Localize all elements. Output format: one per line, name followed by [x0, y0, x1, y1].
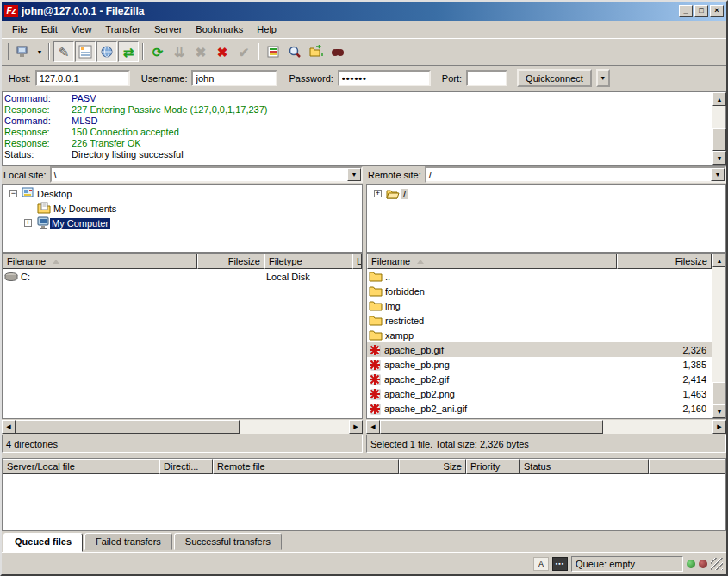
collapse-icon[interactable]: − [9, 190, 17, 197]
scroll-left-icon[interactable]: ◀ [366, 420, 380, 434]
local-horizontal-scrollbar[interactable]: ◀ ▶ [2, 419, 363, 434]
remote-row[interactable]: apache_pb.png 1,385 [367, 357, 712, 372]
data-type-indicator-icon[interactable]: A [533, 557, 549, 571]
status-bar: A ▪▪▪ Queue: empty [2, 552, 726, 574]
scrollbar-track[interactable] [712, 267, 725, 382]
scrollbar-thumb[interactable] [712, 128, 726, 151]
toggle-message-log-button[interactable]: ✎ [53, 41, 74, 62]
column-header-direction[interactable]: Directi... [159, 459, 213, 474]
remote-site-combobox[interactable]: / ▼ [425, 166, 726, 183]
remote-horizontal-scrollbar[interactable]: ◀ ▶ [366, 419, 726, 434]
column-header-priority[interactable]: Priority [466, 459, 520, 474]
remote-row[interactable]: xampp [367, 328, 712, 342]
remote-row[interactable]: apache_pb2.png 1,463 [367, 386, 712, 401]
chevron-down-icon[interactable]: ▼ [347, 168, 361, 181]
host-input[interactable] [35, 70, 130, 86]
column-header-filesize[interactable]: Filesize [197, 254, 264, 269]
column-header-filename[interactable]: Filename [367, 254, 617, 269]
scroll-down-icon[interactable]: ▼ [712, 151, 726, 165]
filename-filters-button[interactable] [263, 41, 283, 62]
local-site-combobox[interactable]: \ ▼ [50, 166, 363, 183]
remote-row[interactable]: restricted [367, 313, 712, 328]
scroll-up-icon[interactable]: ▲ [712, 92, 726, 106]
local-row-c-drive[interactable]: C: Local Disk [3, 269, 362, 284]
scroll-left-icon[interactable]: ◀ [2, 420, 16, 434]
remote-row[interactable]: apache_pb2.gif 2,414 [367, 372, 712, 386]
scroll-up-icon[interactable]: ▲ [712, 254, 726, 267]
process-queue-button[interactable]: ⇊ [169, 41, 190, 62]
tree-item-desktop[interactable]: − Desktop [3, 186, 362, 201]
my-documents-icon [37, 202, 52, 215]
remote-row[interactable]: .. [367, 269, 712, 284]
tab-successful-transfers[interactable]: Successful transfers [174, 533, 282, 550]
menu-bookmarks[interactable]: Bookmarks [189, 22, 250, 36]
close-button[interactable]: × [710, 5, 724, 17]
chevron-down-icon[interactable]: ▼ [711, 168, 725, 181]
tree-item-root[interactable]: + / [367, 186, 725, 201]
tab-failed-transfers[interactable]: Failed transfers [84, 533, 172, 550]
speed-limits-icon[interactable]: ▪▪▪ [552, 557, 568, 571]
menu-help[interactable]: Help [250, 22, 283, 36]
column-header-size[interactable]: Size [399, 459, 466, 474]
column-header-filesize[interactable]: Filesize [617, 254, 712, 269]
toggle-remote-tree-button[interactable] [96, 41, 117, 62]
toggle-local-tree-button[interactable] [75, 41, 96, 62]
remote-vertical-scrollbar[interactable]: ▲ ▼ [712, 254, 725, 418]
host-label: Host: [9, 73, 31, 84]
column-header-filetype[interactable]: Filetype [264, 254, 352, 269]
drive-icon [4, 272, 18, 282]
expand-icon[interactable]: + [24, 219, 32, 227]
scrollbar-track[interactable] [603, 420, 712, 434]
quickconnect-button[interactable]: Quickconnect [517, 69, 592, 87]
directory-comparison-button[interactable] [284, 41, 305, 62]
file-size: 2,326 [629, 345, 712, 355]
reconnect-icon: ✔ [239, 46, 250, 59]
tree-label: Desktop [35, 189, 73, 199]
site-manager-dropdown[interactable]: ▼ [34, 41, 45, 62]
remote-row[interactable]: apache_pb2_ani.gif 2,160 [367, 401, 712, 416]
toggle-queue-button[interactable]: ⇄ [118, 41, 139, 62]
cancel-operation-button[interactable]: ✖ [190, 41, 211, 62]
tree-item-my-computer[interactable]: + My Computer [3, 216, 362, 230]
tree-item-my-documents[interactable]: My Documents [3, 201, 362, 216]
port-input[interactable] [466, 70, 507, 86]
remote-row-selected[interactable]: apache_pb.gif 2,326 [367, 342, 712, 357]
quickconnect-dropdown[interactable]: ▼ [596, 69, 610, 87]
expand-icon[interactable]: + [374, 190, 382, 197]
menu-edit[interactable]: Edit [34, 22, 65, 36]
refresh-button[interactable]: ⟳ [147, 41, 168, 62]
scroll-right-icon[interactable]: ▶ [712, 420, 726, 434]
menu-view[interactable]: View [65, 22, 99, 36]
remote-row[interactable]: img [367, 298, 712, 313]
disconnect-button[interactable]: ✖ [212, 41, 233, 62]
log-line-label: Response: [4, 127, 72, 138]
scroll-down-icon[interactable]: ▼ [712, 404, 726, 418]
log-vertical-scrollbar[interactable]: ▲ ▼ [712, 92, 725, 165]
tab-queued-files[interactable]: Queued files [3, 533, 83, 552]
menu-transfer[interactable]: Transfer [98, 22, 147, 36]
column-header-filename[interactable]: Filename [3, 254, 197, 269]
scrollbar-thumb[interactable] [16, 420, 240, 434]
column-header-status[interactable]: Status [520, 459, 649, 474]
minimize-button[interactable]: _ [679, 5, 693, 17]
column-header-server-local-file[interactable]: Server/Local file [3, 459, 159, 474]
maximize-button[interactable]: □ [694, 5, 708, 17]
menu-file[interactable]: File [5, 22, 34, 36]
scrollbar-track[interactable] [712, 106, 725, 128]
find-files-button[interactable] [327, 41, 348, 62]
column-header-lastmodified[interactable]: L [352, 254, 362, 269]
site-manager-button[interactable] [13, 41, 34, 62]
column-header-remote-file[interactable]: Remote file [213, 459, 399, 474]
menu-server[interactable]: Server [147, 22, 189, 36]
username-input[interactable] [191, 70, 277, 86]
queue-tabs: Queued files Failed transfers Successful… [2, 531, 726, 552]
password-input[interactable] [338, 70, 431, 86]
scrollbar-thumb[interactable] [712, 382, 726, 404]
scrollbar-track[interactable] [240, 420, 349, 434]
synchronized-browsing-button[interactable] [306, 41, 327, 62]
scroll-right-icon[interactable]: ▶ [349, 420, 363, 434]
reconnect-button[interactable]: ✔ [233, 41, 254, 62]
scrollbar-thumb[interactable] [380, 420, 603, 434]
resize-grip[interactable] [711, 558, 723, 570]
remote-row[interactable]: forbidden [367, 284, 712, 298]
